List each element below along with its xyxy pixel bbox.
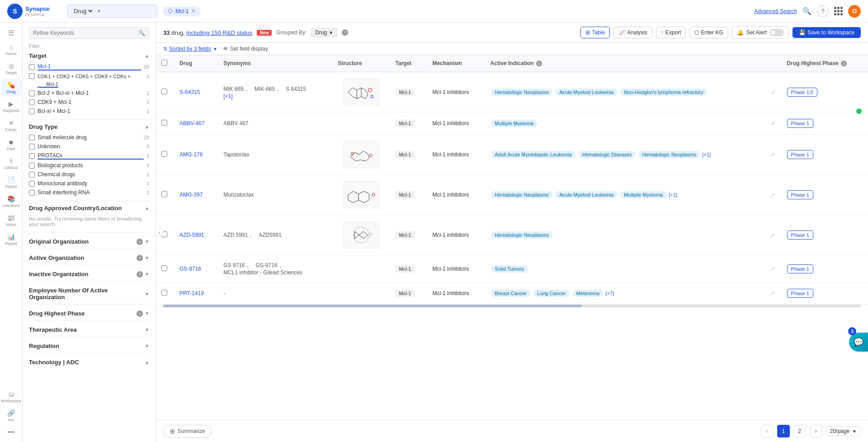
summarize-btn[interactable]: ⊞ Summarize (163, 425, 212, 438)
indication-tag[interactable]: Acute Myeloid Leukemia (556, 191, 617, 198)
sidebar-item-playbook[interactable]: ▶ Playbook (1, 98, 22, 116)
search-type-select[interactable]: Drug (72, 7, 94, 15)
inactive-org-info-icon[interactable]: i (137, 271, 143, 277)
select-all-checkbox[interactable] (161, 60, 167, 66)
row-checkbox[interactable] (161, 265, 167, 271)
drug-link[interactable]: ABBV-467 (179, 120, 204, 127)
sidebar-item-literature[interactable]: 📚 Literature (1, 193, 22, 211)
filter-checkbox-small-molecule[interactable] (29, 135, 35, 141)
result-link[interactable]: including 150 R&D status (186, 29, 252, 36)
expand-icon[interactable]: ⤢ (771, 151, 775, 158)
row-checkbox[interactable] (161, 89, 167, 94)
filter-checkbox-mcl1[interactable] (29, 64, 35, 70)
sidebar-item-workspace[interactable]: 🗂 Workspace (1, 388, 22, 406)
horizontal-scrollbar[interactable] (163, 305, 861, 307)
filter-checkbox-monoclonal[interactable] (29, 181, 35, 187)
indication-tag[interactable]: Solid Tumors (491, 265, 528, 273)
refine-bar[interactable]: 🔍 (29, 27, 149, 39)
filter-row-unknown[interactable]: Unknown 4 (29, 142, 149, 151)
drug-link[interactable]: AMG-397 (179, 192, 203, 198)
sidebar-item-menu[interactable]: ☰ (1, 26, 22, 40)
indication-tag[interactable]: Hematologic Neoplasms (491, 231, 552, 239)
expand-icon[interactable]: ⤢ (771, 120, 775, 127)
drug-link[interactable]: S-64315 (179, 89, 200, 95)
sidebar-item-more[interactable]: ••• (1, 426, 22, 438)
user-avatar[interactable]: O (848, 5, 861, 18)
expand-icon[interactable]: ⤢ (771, 89, 775, 95)
search-icon[interactable]: 🔍 (802, 7, 811, 15)
active-org-info-icon[interactable]: i (137, 255, 143, 261)
indication-tag[interactable]: Non-Hodgkin's lymphoma refractory (620, 89, 707, 96)
filter-title-drug-highest-phase[interactable]: Drug Highest Phase i ▼ (29, 308, 149, 319)
filter-row-cdk[interactable]: CDK1 + CDK2 + CDK5 + CDK9 + CDKs + 1 (29, 72, 149, 80)
filter-title-active-org[interactable]: Active Organization i ▼ (29, 253, 149, 263)
indication-tag[interactable]: Multiple Myeloma (620, 191, 666, 198)
filter-row-mcl1[interactable]: Mcl-1 29 (29, 62, 149, 72)
filter-title-regulation[interactable]: Regulation ▼ (29, 341, 149, 351)
enter-kg-btn[interactable]: ⬡ Enter KG (689, 27, 728, 38)
sidebar-item-news[interactable]: 📰 News (1, 212, 22, 230)
filter-row-sirna[interactable]: Small interfering RNA 1 (29, 188, 149, 197)
sidebar-item-comp[interactable]: ✕ Comp. (1, 117, 22, 135)
original-org-info-icon[interactable]: i (137, 239, 143, 245)
indication-tag[interactable]: Melanoma (573, 290, 603, 297)
sidebar-item-target[interactable]: ◎ Target (1, 60, 22, 78)
row-checkbox[interactable] (161, 191, 167, 197)
sidebar-item-clinical[interactable]: ⚕ Clinical (1, 155, 22, 173)
grouped-by-dropdown[interactable]: Drug ▼ (311, 28, 337, 37)
set-field-btn[interactable]: 👁 Set field display (223, 46, 268, 52)
row-checkbox[interactable] (161, 290, 167, 296)
indication-tag[interactable]: Acute Myeloid Leukemia (556, 89, 617, 96)
tab-close-icon[interactable]: ✕ (191, 8, 195, 14)
filter-checkbox-biological[interactable] (29, 163, 35, 169)
filter-row-monoclonal[interactable]: Monoclonal antibody 1 (29, 179, 149, 188)
row-checkbox[interactable] (161, 151, 167, 157)
save-workspace-btn[interactable]: 💾 Save to Workspace (793, 27, 861, 38)
filter-title-target[interactable]: Target ▲ (29, 52, 149, 59)
indication-tag[interactable]: Adult Acute Myeloblastic Leukemia (491, 151, 576, 158)
panel-collapse-button[interactable]: ‹ (155, 228, 164, 237)
indication-tag[interactable]: Lung Cancer (533, 290, 569, 297)
indication-tag[interactable]: Hematologic Neoplasms (639, 151, 700, 158)
filter-row-cdk9[interactable]: CDK9 + Mcl-1 1 (29, 98, 149, 107)
filter-checkbox-cdk9[interactable] (29, 99, 35, 105)
filter-checkbox-cdk[interactable] (29, 73, 35, 79)
filter-title-original-org[interactable]: Original Organization i ▼ (29, 236, 149, 247)
filter-row-protacs[interactable]: PROTACs 2 (29, 151, 149, 161)
set-alert-toggle[interactable] (769, 29, 784, 36)
next-page-btn[interactable]: › (810, 425, 822, 437)
floating-chat-btn[interactable]: 💬 (849, 333, 868, 352)
help-icon[interactable]: ? (817, 5, 829, 17)
filter-checkbox-sirna[interactable] (29, 190, 35, 196)
table-view-btn[interactable]: ⊞ Table (580, 27, 610, 38)
refine-input[interactable] (33, 30, 136, 36)
filter-row-small-molecule[interactable]: Small molecule drug 23 (29, 133, 149, 142)
expand-icon[interactable]: ⤢ (771, 266, 775, 272)
indication-tag[interactable]: Multiple Myeloma (491, 120, 538, 127)
row-checkbox[interactable] (161, 120, 167, 126)
filter-checkbox-bclxl[interactable] (29, 108, 35, 114)
grouped-by-info-icon[interactable]: ? (342, 29, 348, 36)
advanced-search-link[interactable]: Advanced Search (754, 8, 797, 14)
sidebar-item-patent[interactable]: 📄 Patent (1, 174, 22, 192)
filter-checkbox-chemical[interactable] (29, 172, 35, 178)
grid-icon[interactable] (834, 7, 843, 15)
set-alert-btn[interactable]: 🔔 Set Alert (732, 26, 789, 39)
prev-page-btn[interactable]: ‹ (761, 425, 774, 437)
indication-tag[interactable]: Hematologic Neoplasms (491, 191, 552, 198)
filter-checkbox-bcl2[interactable] (29, 90, 35, 96)
drug-link[interactable]: AZD-5991 (179, 232, 204, 238)
search-bar[interactable]: Drug ▼ (67, 5, 157, 18)
drug-link[interactable]: AMG-176 (179, 151, 203, 158)
filter-row-bcl2[interactable]: Bcl-2 + Bcl-xl + Mcl-1 1 (29, 89, 149, 98)
filter-title-drug-type[interactable]: Drug Type ▲ (29, 123, 149, 130)
indication-tag[interactable]: Hematologic Neoplasms (491, 89, 552, 96)
more-synonyms[interactable]: [+1] (223, 93, 232, 99)
more-indications[interactable]: [+7] (605, 291, 614, 296)
more-indications[interactable]: [+1] (669, 192, 677, 197)
export-btn[interactable]: ↑ Export (656, 27, 686, 38)
filter-row-biological[interactable]: Biological products 1 (29, 161, 149, 170)
filter-row-bclxl[interactable]: Bcl-xl + Mcl-1 1 (29, 107, 149, 116)
indication-tag[interactable]: Hematologic Diseases (579, 151, 635, 158)
more-indications[interactable]: [+1] (702, 152, 711, 157)
